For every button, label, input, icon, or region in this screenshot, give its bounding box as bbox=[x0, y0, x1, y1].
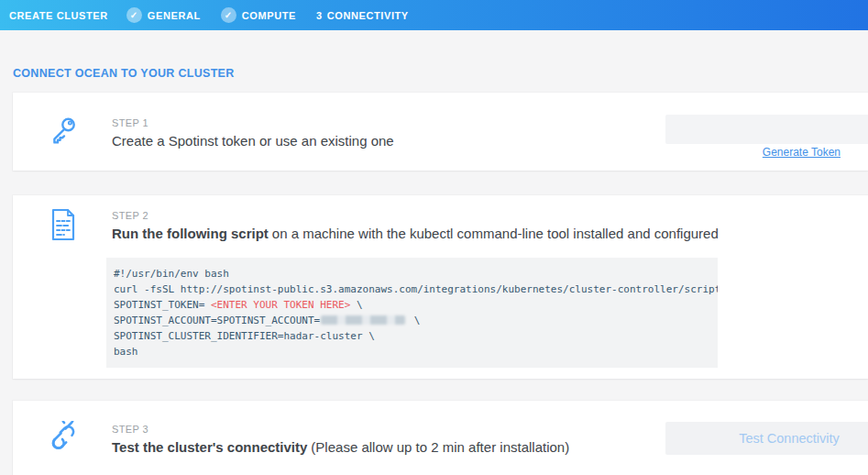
check-icon: ✓ bbox=[221, 7, 236, 23]
step2-title-rest: on a machine with the kubectl command-li… bbox=[272, 226, 719, 241]
token-input[interactable] bbox=[665, 115, 868, 144]
code-line: curl -fsSL http://spotinst-public.s3.ama… bbox=[114, 282, 710, 297]
step2-card: STEP 2 Run the following scripton a mach… bbox=[13, 195, 868, 379]
nav-step-label: CONNECTIVITY bbox=[327, 10, 409, 21]
step-number: 3 bbox=[316, 10, 323, 21]
code-line: SPOTINST_CLUSTER_IDENTIFIER=hadar-cluste… bbox=[114, 328, 710, 344]
code-line: SPOTINST_ACCOUNT=SPOTINST_ACCOUNT= \ bbox=[114, 313, 710, 328]
step3-title: Test the cluster's connectivity(Please a… bbox=[112, 439, 569, 455]
nav-step-general[interactable]: ✓GENERAL bbox=[126, 7, 201, 23]
nav-step-connectivity[interactable]: 3CONNECTIVITY bbox=[316, 10, 409, 21]
wizard-topbar: CREATE CLUSTER ✓GENERAL✓COMPUTE3CONNECTI… bbox=[0, 0, 868, 30]
step2-label: STEP 2 bbox=[112, 210, 148, 221]
page-title: CONNECT OCEAN TO YOUR CLUSTER bbox=[13, 67, 235, 80]
script-code-block[interactable]: #!/usr/bin/env bashcurl -fsSL http://spo… bbox=[106, 258, 718, 368]
script-document-icon bbox=[50, 208, 76, 241]
step2-title-bold: Run the following script bbox=[112, 226, 269, 241]
redacted-account-id bbox=[321, 315, 405, 325]
code-line: SPOTINST_TOKEN= <ENTER YOUR TOKEN HERE> … bbox=[114, 297, 710, 313]
check-icon: ✓ bbox=[126, 7, 142, 23]
step1-label: STEP 1 bbox=[112, 117, 148, 128]
step2-title: Run the following scripton a machine wit… bbox=[112, 226, 719, 241]
key-icon bbox=[49, 115, 78, 148]
step3-card: STEP 3 Test the cluster's connectivity(P… bbox=[13, 401, 868, 475]
test-connectivity-button[interactable]: Test Connectivity bbox=[665, 422, 868, 455]
connect-ocean-page: { "nav": { "title": "CREATE CLUSTER", "s… bbox=[0, 0, 868, 475]
nav-step-compute[interactable]: ✓COMPUTE bbox=[221, 7, 296, 23]
step3-title-bold: Test the cluster's connectivity bbox=[112, 439, 307, 455]
step1-card: STEP 1 Create a Spotinst token or use an… bbox=[13, 93, 868, 171]
wizard-title: CREATE CLUSTER bbox=[9, 10, 108, 21]
chain-link-icon bbox=[47, 421, 80, 454]
nav-step-label: COMPUTE bbox=[242, 10, 296, 21]
generate-token-link[interactable]: Generate Token bbox=[763, 146, 841, 159]
step1-title: Create a Spotinst token or use an existi… bbox=[112, 133, 394, 149]
nav-step-label: GENERAL bbox=[148, 10, 201, 21]
step3-title-rest: (Please allow up to 2 min after installa… bbox=[311, 439, 569, 455]
step3-label: STEP 3 bbox=[112, 424, 148, 435]
code-line: #!/usr/bin/env bash bbox=[114, 266, 710, 282]
step1-title-text: Create a Spotinst token or use an existi… bbox=[112, 133, 394, 149]
nav-steps: ✓GENERAL✓COMPUTE3CONNECTIVITY bbox=[126, 7, 429, 23]
code-line: bash bbox=[114, 344, 710, 359]
